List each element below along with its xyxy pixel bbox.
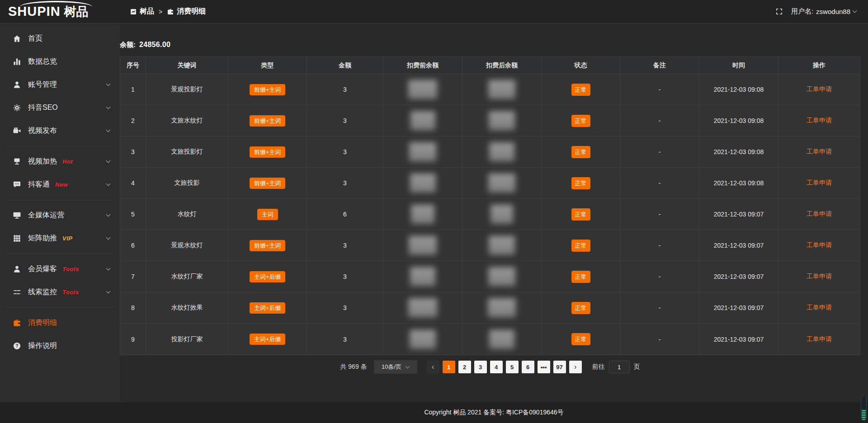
sidebar-item-member-baoke[interactable]: 会员爆客Tools — [0, 258, 120, 281]
breadcrumb-item-home[interactable]: 树品 — [130, 7, 154, 16]
sidebar-item-video-heat[interactable]: 视频加热Hot — [0, 150, 120, 173]
sidebar-divider — [5, 307, 114, 308]
cell-balance-before — [383, 136, 462, 168]
cell-remark: - — [620, 261, 699, 292]
breadcrumb-separator: > — [159, 8, 162, 15]
cell-keyword: 投影灯厂家 — [146, 324, 228, 355]
cell-remark: - — [620, 324, 699, 355]
cell-status: 正常 — [542, 292, 620, 324]
table-header-cell: 金额 — [307, 57, 383, 74]
work-order-apply-link[interactable]: 工单申请 — [807, 210, 832, 218]
work-order-apply-link[interactable]: 工单申请 — [807, 148, 832, 156]
masked-balance-after — [489, 142, 514, 161]
cell-type: 主词+后缀 — [228, 292, 307, 324]
sidebar-item-data-overview[interactable]: 数据总览 — [0, 50, 120, 73]
prev-page-button[interactable]: ‹ — [427, 361, 439, 373]
cell-type: 主词 — [228, 199, 307, 230]
cell-amount: 3 — [307, 136, 383, 168]
work-order-apply-link[interactable]: 工单申请 — [807, 179, 832, 187]
page-button-3[interactable]: 3 — [474, 361, 487, 373]
work-order-apply-link[interactable]: 工单申请 — [807, 85, 832, 94]
sidebar-item-matrix-boost[interactable]: 矩阵助推VIP — [0, 227, 120, 250]
masked-balance-after — [488, 80, 515, 99]
filter-icon — [13, 288, 21, 296]
cell-index: 2 — [120, 105, 146, 136]
fullscreen-icon[interactable] — [775, 8, 783, 15]
masked-balance-before — [411, 205, 434, 224]
table-row: 8水纹灯效果主词+后缀3正常-2021-12-03 09:07工单申请 — [120, 292, 860, 324]
chat-icon — [13, 180, 21, 189]
cell-index: 7 — [120, 261, 146, 292]
cell-balance-after — [462, 292, 542, 324]
cell-amount: 6 — [307, 199, 383, 230]
page-button-5[interactable]: 5 — [506, 361, 519, 373]
work-order-apply-link[interactable]: 工单申请 — [807, 304, 832, 312]
grid-icon — [13, 234, 21, 243]
page-button-6[interactable]: 6 — [522, 361, 534, 373]
main-content: 余额: 24856.00 序号关键词类型金额扣费前余额扣费后余额状态备注时间操作… — [120, 24, 868, 402]
cell-status: 正常 — [542, 105, 620, 136]
cell-amount: 3 — [307, 292, 383, 324]
masked-balance-after — [489, 236, 515, 255]
table-row: 6景观水纹灯前缀+主词3正常-2021-12-03 09:07工单申请 — [120, 230, 860, 261]
cell-time: 2021-12-03 09:08 — [699, 74, 778, 105]
cell-type: 主词+后缀 — [228, 261, 307, 292]
username-label: 用户名: — [791, 7, 813, 16]
sidebar-item-douketong[interactable]: 抖客通New — [0, 173, 120, 196]
pagination: 共 969 条 10条/页 ‹ 123456•••97 › 前往 页 — [120, 360, 860, 374]
app-logo: SHUPIN 树品 — [0, 0, 120, 24]
page-ellipsis-button[interactable]: ••• — [538, 361, 550, 373]
table-header-cell: 状态 — [542, 57, 620, 74]
breadcrumb-item-current[interactable]: 消费明细 — [167, 7, 206, 16]
user-menu[interactable]: 用户名: zswodun88 — [791, 7, 856, 16]
sidebar-item-video-publish[interactable]: 视频发布 — [0, 119, 120, 142]
breadcrumb: 树品 > 消费明细 — [130, 7, 206, 16]
work-order-apply-link[interactable]: 工单申请 — [807, 117, 832, 125]
sidebar-badge-tools: Tools — [62, 289, 79, 296]
page-button-1[interactable]: 1 — [443, 361, 455, 373]
page-button-2[interactable]: 2 — [458, 361, 471, 373]
work-order-apply-link[interactable]: 工单申请 — [807, 241, 832, 249]
sidebar-item-clue-monitor[interactable]: 线索监控Tools — [0, 281, 120, 304]
work-order-apply-link[interactable]: 工单申请 — [807, 335, 832, 343]
sidebar-item-consumption-detail[interactable]: 消费明细 — [0, 311, 120, 334]
page-button-97[interactable]: 97 — [553, 361, 566, 373]
masked-balance-after — [489, 330, 514, 349]
masked-balance-before — [410, 330, 436, 349]
sidebar-divider — [5, 200, 114, 200]
sidebar-item-operation-guide[interactable]: ?操作说明 — [0, 334, 120, 357]
status-tag: 正常 — [571, 146, 590, 158]
svg-text:?: ? — [15, 343, 18, 348]
chevron-down-icon — [106, 235, 111, 240]
cell-index: 9 — [120, 324, 146, 355]
sidebar-item-douyin-seo[interactable]: 抖音SEO — [0, 96, 120, 119]
goto-label: 前往 — [592, 363, 605, 371]
cell-status: 正常 — [542, 230, 620, 261]
masked-balance-before — [409, 142, 436, 161]
cell-keyword: 景观水纹灯 — [146, 230, 228, 261]
table-header-cell: 序号 — [120, 57, 146, 74]
type-tag: 主词+后缀 — [250, 334, 286, 345]
cell-index: 6 — [120, 230, 146, 261]
sidebar-item-account-management[interactable]: 账号管理 — [0, 73, 120, 96]
page-size-select[interactable]: 10条/页 — [374, 360, 417, 374]
balance-value: 24856.00 — [139, 41, 170, 49]
goto-page-input[interactable] — [609, 361, 630, 373]
type-tag: 前缀+主词 — [250, 115, 286, 127]
work-order-apply-link[interactable]: 工单申请 — [807, 273, 832, 281]
masked-balance-after — [488, 267, 515, 286]
cell-status: 正常 — [542, 199, 620, 230]
table-row: 4文旅投影前缀+主词3正常-2021-12-03 09:08工单申请 — [120, 168, 860, 199]
sidebar-item-media-operation[interactable]: 全媒体运营 — [0, 204, 120, 227]
page-button-4[interactable]: 4 — [490, 361, 503, 373]
promo-icon — [13, 157, 21, 166]
cell-status: 正常 — [542, 74, 620, 105]
sidebar-item-home[interactable]: 首页 — [0, 27, 120, 50]
cell-time: 2021-12-03 09:07 — [699, 261, 778, 292]
table-header-cell: 备注 — [620, 57, 699, 74]
balance-summary: 余额: 24856.00 — [120, 41, 868, 49]
goto-suffix: 页 — [634, 363, 640, 371]
type-tag: 前缀+主词 — [250, 146, 286, 158]
next-page-button[interactable]: › — [569, 361, 582, 373]
sidebar-item-label: 矩阵助推 — [28, 234, 57, 243]
